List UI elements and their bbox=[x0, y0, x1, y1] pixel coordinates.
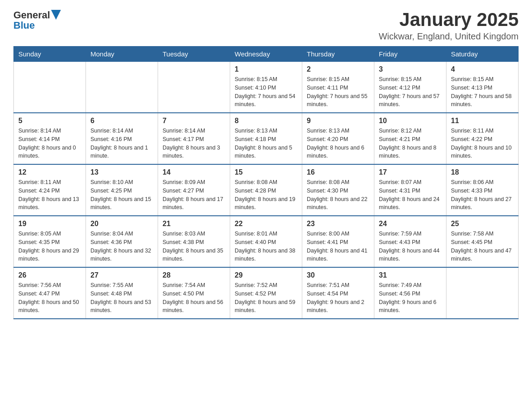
empty-cell bbox=[158, 62, 230, 113]
day-number: 28 bbox=[163, 271, 225, 279]
day-info: Sunrise: 7:59 AM Sunset: 4:43 PM Dayligh… bbox=[379, 230, 442, 263]
day-number: 14 bbox=[163, 168, 225, 176]
title-block: January 2025 Wickwar, England, United Ki… bbox=[379, 9, 519, 42]
day-info: Sunrise: 8:14 AM Sunset: 4:16 PM Dayligh… bbox=[90, 127, 153, 160]
day-number: 1 bbox=[235, 65, 297, 73]
day-info: Sunrise: 7:54 AM Sunset: 4:50 PM Dayligh… bbox=[163, 281, 225, 315]
calendar-header-row: SundayMondayTuesdayWednesdayThursdayFrid… bbox=[14, 47, 519, 62]
day-number: 26 bbox=[18, 271, 81, 279]
calendar-week-row: 1Sunrise: 8:15 AM Sunset: 4:10 PM Daylig… bbox=[14, 62, 519, 113]
day-header-saturday: Saturday bbox=[446, 47, 519, 62]
calendar-day-27: 27Sunrise: 7:55 AM Sunset: 4:48 PM Dayli… bbox=[86, 267, 158, 319]
day-number: 8 bbox=[235, 117, 297, 125]
day-info: Sunrise: 8:05 AM Sunset: 4:35 PM Dayligh… bbox=[18, 230, 81, 263]
day-number: 30 bbox=[307, 271, 369, 279]
day-info: Sunrise: 8:11 AM Sunset: 4:22 PM Dayligh… bbox=[451, 127, 514, 160]
day-number: 20 bbox=[90, 220, 153, 228]
calendar-day-18: 18Sunrise: 8:06 AM Sunset: 4:33 PM Dayli… bbox=[446, 164, 519, 216]
day-number: 23 bbox=[307, 220, 369, 228]
logo-text-blue: Blue bbox=[13, 20, 35, 31]
day-number: 5 bbox=[18, 117, 81, 125]
calendar-day-8: 8Sunrise: 8:13 AM Sunset: 4:18 PM Daylig… bbox=[230, 113, 302, 164]
day-number: 3 bbox=[379, 65, 442, 73]
day-info: Sunrise: 7:55 AM Sunset: 4:48 PM Dayligh… bbox=[90, 281, 153, 315]
day-number: 21 bbox=[163, 220, 225, 228]
day-info: Sunrise: 8:15 AM Sunset: 4:12 PM Dayligh… bbox=[379, 75, 442, 109]
day-number: 11 bbox=[451, 117, 514, 125]
day-info: Sunrise: 7:58 AM Sunset: 4:45 PM Dayligh… bbox=[451, 230, 514, 263]
logo-icon bbox=[51, 10, 61, 20]
day-number: 29 bbox=[235, 271, 297, 279]
day-number: 31 bbox=[379, 271, 442, 279]
day-info: Sunrise: 8:10 AM Sunset: 4:25 PM Dayligh… bbox=[90, 178, 153, 212]
day-header-sunday: Sunday bbox=[14, 47, 86, 62]
day-number: 2 bbox=[307, 65, 369, 73]
day-number: 25 bbox=[451, 220, 514, 228]
day-number: 9 bbox=[307, 117, 369, 125]
calendar-day-30: 30Sunrise: 7:51 AM Sunset: 4:54 PM Dayli… bbox=[302, 267, 374, 319]
calendar-day-22: 22Sunrise: 8:01 AM Sunset: 4:40 PM Dayli… bbox=[230, 216, 302, 267]
empty-cell bbox=[14, 62, 86, 113]
day-info: Sunrise: 7:51 AM Sunset: 4:54 PM Dayligh… bbox=[307, 281, 369, 315]
day-header-friday: Friday bbox=[374, 47, 446, 62]
svg-marker-0 bbox=[51, 10, 61, 20]
day-number: 6 bbox=[90, 117, 153, 125]
day-info: Sunrise: 8:12 AM Sunset: 4:21 PM Dayligh… bbox=[379, 127, 442, 160]
day-info: Sunrise: 7:56 AM Sunset: 4:47 PM Dayligh… bbox=[18, 281, 81, 315]
calendar-day-13: 13Sunrise: 8:10 AM Sunset: 4:25 PM Dayli… bbox=[86, 164, 158, 216]
empty-cell bbox=[446, 267, 519, 319]
day-info: Sunrise: 8:15 AM Sunset: 4:11 PM Dayligh… bbox=[307, 75, 369, 109]
day-info: Sunrise: 8:03 AM Sunset: 4:38 PM Dayligh… bbox=[163, 230, 225, 263]
day-info: Sunrise: 8:13 AM Sunset: 4:20 PM Dayligh… bbox=[307, 127, 369, 160]
day-number: 22 bbox=[235, 220, 297, 228]
calendar-day-21: 21Sunrise: 8:03 AM Sunset: 4:38 PM Dayli… bbox=[158, 216, 230, 267]
calendar-day-29: 29Sunrise: 7:52 AM Sunset: 4:52 PM Dayli… bbox=[230, 267, 302, 319]
day-header-monday: Monday bbox=[86, 47, 158, 62]
day-header-thursday: Thursday bbox=[302, 47, 374, 62]
day-info: Sunrise: 8:01 AM Sunset: 4:40 PM Dayligh… bbox=[235, 230, 297, 263]
calendar-day-28: 28Sunrise: 7:54 AM Sunset: 4:50 PM Dayli… bbox=[158, 267, 230, 319]
day-info: Sunrise: 7:52 AM Sunset: 4:52 PM Dayligh… bbox=[235, 281, 297, 315]
day-info: Sunrise: 8:04 AM Sunset: 4:36 PM Dayligh… bbox=[90, 230, 153, 263]
day-info: Sunrise: 8:09 AM Sunset: 4:27 PM Dayligh… bbox=[163, 178, 225, 212]
calendar-day-14: 14Sunrise: 8:09 AM Sunset: 4:27 PM Dayli… bbox=[158, 164, 230, 216]
calendar-day-24: 24Sunrise: 7:59 AM Sunset: 4:43 PM Dayli… bbox=[374, 216, 446, 267]
calendar-day-17: 17Sunrise: 8:07 AM Sunset: 4:31 PM Dayli… bbox=[374, 164, 446, 216]
day-info: Sunrise: 8:08 AM Sunset: 4:28 PM Dayligh… bbox=[235, 178, 297, 212]
day-info: Sunrise: 8:00 AM Sunset: 4:41 PM Dayligh… bbox=[307, 230, 369, 263]
day-number: 4 bbox=[451, 65, 514, 73]
calendar-day-19: 19Sunrise: 8:05 AM Sunset: 4:35 PM Dayli… bbox=[14, 216, 86, 267]
calendar-day-9: 9Sunrise: 8:13 AM Sunset: 4:20 PM Daylig… bbox=[302, 113, 374, 164]
day-number: 10 bbox=[379, 117, 442, 125]
day-number: 7 bbox=[163, 117, 225, 125]
day-info: Sunrise: 8:15 AM Sunset: 4:13 PM Dayligh… bbox=[451, 75, 514, 109]
day-header-tuesday: Tuesday bbox=[158, 47, 230, 62]
calendar-day-6: 6Sunrise: 8:14 AM Sunset: 4:16 PM Daylig… bbox=[86, 113, 158, 164]
calendar-day-23: 23Sunrise: 8:00 AM Sunset: 4:41 PM Dayli… bbox=[302, 216, 374, 267]
day-number: 16 bbox=[307, 168, 369, 176]
empty-cell bbox=[86, 62, 158, 113]
day-info: Sunrise: 8:14 AM Sunset: 4:17 PM Dayligh… bbox=[163, 127, 225, 160]
calendar-day-3: 3Sunrise: 8:15 AM Sunset: 4:12 PM Daylig… bbox=[374, 62, 446, 113]
calendar-subtitle: Wickwar, England, United Kingdom bbox=[379, 31, 519, 42]
day-header-wednesday: Wednesday bbox=[230, 47, 302, 62]
day-info: Sunrise: 8:08 AM Sunset: 4:30 PM Dayligh… bbox=[307, 178, 369, 212]
day-info: Sunrise: 7:49 AM Sunset: 4:56 PM Dayligh… bbox=[379, 281, 442, 315]
calendar-day-16: 16Sunrise: 8:08 AM Sunset: 4:30 PM Dayli… bbox=[302, 164, 374, 216]
calendar-day-11: 11Sunrise: 8:11 AM Sunset: 4:22 PM Dayli… bbox=[446, 113, 519, 164]
day-info: Sunrise: 8:13 AM Sunset: 4:18 PM Dayligh… bbox=[235, 127, 297, 160]
calendar-title: January 2025 bbox=[379, 9, 519, 30]
calendar-day-1: 1Sunrise: 8:15 AM Sunset: 4:10 PM Daylig… bbox=[230, 62, 302, 113]
logo: General Blue bbox=[13, 9, 61, 31]
day-number: 27 bbox=[90, 271, 153, 279]
day-info: Sunrise: 8:15 AM Sunset: 4:10 PM Dayligh… bbox=[235, 75, 297, 109]
calendar-week-row: 12Sunrise: 8:11 AM Sunset: 4:24 PM Dayli… bbox=[14, 164, 519, 216]
page-header: General Blue January 2025 Wickwar, Engla… bbox=[13, 9, 519, 42]
day-info: Sunrise: 8:14 AM Sunset: 4:14 PM Dayligh… bbox=[18, 127, 81, 160]
day-number: 13 bbox=[90, 168, 153, 176]
calendar-day-26: 26Sunrise: 7:56 AM Sunset: 4:47 PM Dayli… bbox=[14, 267, 86, 319]
day-info: Sunrise: 8:11 AM Sunset: 4:24 PM Dayligh… bbox=[18, 178, 81, 212]
calendar-day-10: 10Sunrise: 8:12 AM Sunset: 4:21 PM Dayli… bbox=[374, 113, 446, 164]
day-number: 18 bbox=[451, 168, 514, 176]
day-number: 19 bbox=[18, 220, 81, 228]
